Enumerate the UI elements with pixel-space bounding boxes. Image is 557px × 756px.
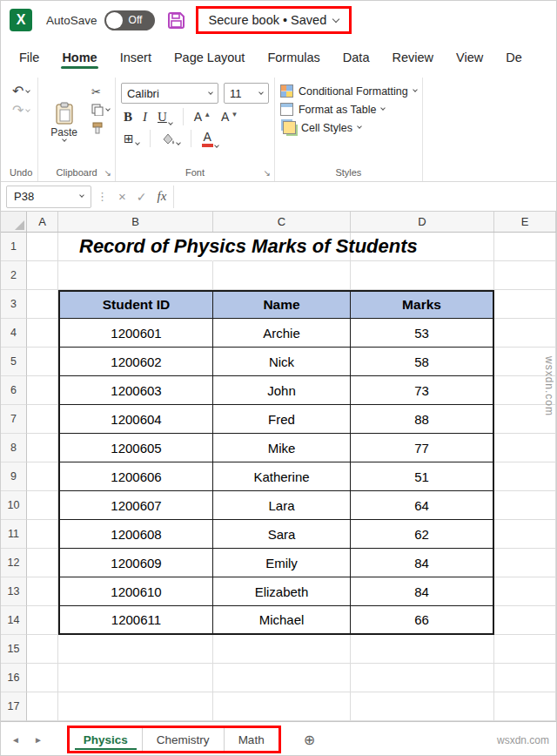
cell-E1[interactable]	[494, 233, 556, 261]
column-header-c[interactable]: C	[213, 212, 351, 232]
row-header-12[interactable]: 12	[1, 549, 27, 577]
sheet-tab-physics[interactable]: Physics	[70, 728, 142, 751]
cell-B14[interactable]: 1200611	[58, 606, 213, 635]
name-box[interactable]: P38	[6, 186, 91, 208]
format-painter-button[interactable]	[91, 122, 110, 134]
cell-D13[interactable]: 84	[351, 577, 494, 606]
italic-button[interactable]: I	[140, 110, 150, 125]
cell-B8[interactable]: 1200605	[58, 434, 213, 462]
cell-D8[interactable]: 77	[351, 434, 494, 462]
cell-E2[interactable]	[494, 261, 556, 290]
shrink-font-button[interactable]: A▼	[218, 110, 240, 124]
cell-B3[interactable]: Student ID	[58, 290, 213, 319]
row-header-7[interactable]: 7	[1, 405, 27, 434]
cell-D3[interactable]: Marks	[351, 290, 494, 319]
cell-E9[interactable]	[494, 462, 556, 491]
cell-A12[interactable]	[27, 549, 58, 577]
row-header-4[interactable]: 4	[1, 319, 27, 348]
add-sheet-button[interactable]: ⊕	[304, 732, 315, 748]
cell-styles-button[interactable]: Cell Styles	[280, 121, 417, 134]
cell-E4[interactable]	[494, 319, 556, 348]
cell-E10[interactable]	[494, 491, 556, 520]
cell-B6[interactable]: 1200603	[58, 376, 213, 405]
cell-C11[interactable]: Sara	[213, 520, 351, 549]
cell-B4[interactable]: 1200601	[58, 319, 213, 348]
cell-E12[interactable]	[494, 549, 556, 577]
cell-E3[interactable]	[494, 290, 556, 319]
cell-A14[interactable]	[27, 606, 58, 635]
font-dialog-launcher-icon[interactable]: ↘	[264, 168, 271, 178]
row-header-13[interactable]: 13	[1, 577, 27, 606]
menu-file[interactable]: File	[8, 43, 50, 74]
cell-A16[interactable]	[27, 664, 58, 692]
font-color-button[interactable]: A	[199, 131, 221, 147]
cell-D7[interactable]: 88	[351, 405, 494, 434]
menu-insert[interactable]: Insert	[109, 43, 163, 74]
cell-B10[interactable]: 1200607	[58, 491, 213, 520]
cell-C2[interactable]	[213, 261, 351, 290]
fill-color-button[interactable]	[158, 132, 183, 145]
copy-button[interactable]	[91, 104, 110, 116]
cell-E17[interactable]	[494, 692, 556, 721]
cell-D17[interactable]	[351, 692, 494, 721]
cell-C5[interactable]: Nick	[213, 348, 351, 376]
cell-D14[interactable]: 66	[351, 606, 494, 635]
menu-review[interactable]: Review	[380, 43, 445, 74]
cell-C8[interactable]: Mike	[213, 434, 351, 462]
cell-A6[interactable]	[27, 376, 58, 405]
row-header-14[interactable]: 14	[1, 606, 27, 635]
menu-data[interactable]: Data	[332, 43, 381, 74]
cell-D5[interactable]: 58	[351, 348, 494, 376]
cell-B17[interactable]	[58, 692, 213, 721]
cell-B2[interactable]	[58, 261, 213, 290]
cell-C4[interactable]: Archie	[213, 319, 351, 348]
cell-A4[interactable]	[27, 319, 58, 348]
paste-button[interactable]: Paste	[44, 79, 84, 164]
cell-D11[interactable]: 62	[351, 520, 494, 549]
row-header-10[interactable]: 10	[1, 491, 27, 520]
underline-button[interactable]: U	[155, 110, 175, 125]
clipboard-dialog-launcher-icon[interactable]: ↘	[104, 168, 111, 178]
cell-A11[interactable]	[27, 520, 58, 549]
cell-D4[interactable]: 53	[351, 319, 494, 348]
column-header-e[interactable]: E	[494, 212, 556, 232]
cell-E8[interactable]	[494, 434, 556, 462]
save-button[interactable]	[167, 11, 185, 30]
cell-C7[interactable]: Fred	[213, 405, 351, 434]
cell-D15[interactable]	[351, 635, 494, 664]
cell-E16[interactable]	[494, 664, 556, 692]
confirm-entry-icon[interactable]: ✓	[137, 190, 147, 204]
row-header-8[interactable]: 8	[1, 434, 27, 462]
cell-B9[interactable]: 1200606	[58, 462, 213, 491]
cell-B15[interactable]	[58, 635, 213, 664]
row-header-9[interactable]: 9	[1, 462, 27, 491]
cell-E15[interactable]	[494, 635, 556, 664]
formula-input[interactable]	[173, 186, 556, 208]
font-size-combobox[interactable]: 11	[224, 83, 269, 104]
cell-C6[interactable]: John	[213, 376, 351, 405]
row-header-3[interactable]: 3	[1, 290, 27, 319]
cut-button[interactable]: ✂	[91, 86, 110, 98]
cell-A15[interactable]	[27, 635, 58, 664]
splitter-handle-icon[interactable]: ⋮	[97, 190, 106, 203]
undo-button[interactable]: ↶	[12, 84, 30, 98]
borders-button[interactable]: ⊞	[121, 132, 142, 145]
menu-formulas[interactable]: Formulas	[256, 43, 331, 74]
cell-E11[interactable]	[494, 520, 556, 549]
row-header-17[interactable]: 17	[1, 692, 27, 721]
cell-E13[interactable]	[494, 577, 556, 606]
conditional-formatting-button[interactable]: Conditional Formatting	[280, 84, 417, 98]
sheet-tab-chemistry[interactable]: Chemistry	[142, 728, 224, 751]
cell-A8[interactable]	[27, 434, 58, 462]
cell-D10[interactable]: 64	[351, 491, 494, 520]
cell-D16[interactable]	[351, 664, 494, 692]
excel-app-icon[interactable]: X	[10, 9, 32, 31]
font-name-combobox[interactable]: Calibri	[121, 83, 218, 104]
autosave-toggle[interactable]: Off	[104, 10, 155, 30]
cell-A17[interactable]	[27, 692, 58, 721]
cell-D6[interactable]: 73	[351, 376, 494, 405]
cell-A1[interactable]	[27, 233, 58, 261]
row-header-1[interactable]: 1	[1, 233, 27, 261]
row-header-2[interactable]: 2	[1, 261, 27, 290]
cell-B1[interactable]: Record of Physics Marks of Students	[58, 233, 213, 261]
